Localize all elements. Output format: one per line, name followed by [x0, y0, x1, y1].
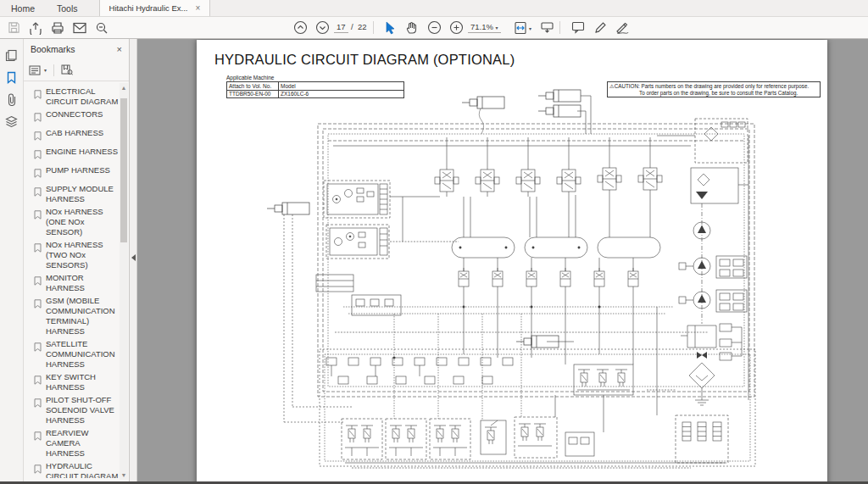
bookmark-icon: [34, 373, 42, 392]
bookmark-item[interactable]: PUMP HARNESS: [34, 165, 119, 181]
select-tool-icon[interactable]: [381, 19, 398, 36]
bookmark-label: ELECTRICAL CIRCUIT DIAGRAM: [46, 86, 119, 107]
bookmark-label: NOx HARNESS (TWO NOx SENSORS): [46, 240, 119, 270]
signature-pen-icon[interactable]: [614, 19, 631, 36]
bookmark-item[interactable]: ENGINE HARNESS: [34, 147, 119, 163]
page-thumbnails-icon[interactable]: [0, 44, 23, 66]
bookmark-item[interactable]: SATELLITE COMMUNICATION HARNESS: [34, 339, 119, 370]
bookmarks-panel: Bookmarks × ▾ ELECTRICAL CIRCUIT DIAGRAM…: [24, 39, 130, 481]
toolbar-separator: [559, 21, 560, 34]
page-total: 22: [358, 22, 367, 31]
bookmark-icon: [34, 129, 42, 144]
bookmark-icon: [34, 274, 42, 293]
bookmark-item[interactable]: PILOT SHUT-OFF SOLENOID VALVE HARNESS: [34, 395, 119, 426]
bookmark-icon: [34, 147, 42, 163]
bookmark-icon: [34, 241, 42, 270]
scrolling-mode-icon[interactable]: [538, 19, 555, 36]
bookmark-label: CAB HARNESS: [46, 128, 119, 144]
next-page-icon[interactable]: [314, 19, 331, 36]
navigation-icon-strip: [0, 39, 24, 481]
print-icon[interactable]: [49, 19, 66, 36]
page-title: HYDRAULIC CIRCUIT DIAGRAM (OPTIONAL): [214, 52, 515, 68]
page-fit-icon[interactable]: [512, 19, 529, 36]
bookmarks-list: ELECTRICAL CIRCUIT DIAGRAM CONNECTORS CA…: [24, 83, 119, 478]
find-current-bookmark-icon[interactable]: [61, 64, 73, 75]
scrollbar-thumb[interactable]: [120, 98, 127, 242]
pdf-page: HYDRAULIC CIRCUIT DIAGRAM (OPTIONAL) App…: [197, 40, 827, 481]
zoom-in-icon[interactable]: [448, 19, 465, 36]
tab-close-icon[interactable]: ×: [195, 3, 200, 13]
fill-sign-pencil-icon[interactable]: [592, 19, 609, 36]
bookmarks-panel-icon[interactable]: [0, 66, 23, 88]
close-panel-icon[interactable]: ×: [117, 44, 122, 54]
email-icon[interactable]: [71, 19, 88, 36]
bookmark-label: ENGINE HARNESS: [46, 147, 119, 163]
bookmark-item[interactable]: KEY SWITCH HARNESS: [34, 372, 119, 392]
page-number-input[interactable]: 17: [334, 22, 348, 33]
chevron-left-icon: [131, 254, 136, 261]
comment-icon[interactable]: [570, 19, 587, 36]
attachments-icon[interactable]: [0, 88, 23, 110]
share-icon[interactable]: [27, 19, 44, 36]
scroll-up-icon[interactable]: ▲: [120, 85, 128, 91]
bookmark-icon: [34, 340, 42, 370]
zoom-search-icon[interactable]: [93, 19, 110, 36]
bookmark-label: NOx HARNESS (ONE NOx SENSOR): [46, 207, 119, 237]
divider: [53, 64, 54, 76]
page-separator: /: [351, 22, 353, 31]
menu-tools[interactable]: Tools: [46, 0, 89, 16]
pane-edge: [130, 39, 137, 481]
bookmark-icon: [34, 462, 42, 478]
collapse-panel-button[interactable]: [130, 251, 136, 264]
bookmark-label: HYDRAULIC CIRCUIT DIAGRAM (MONOBLOCK BOO…: [46, 461, 119, 478]
bookmark-label: PUMP HARNESS: [46, 165, 119, 181]
bookmark-label: GSM (MOBILE COMMUNICATION TERMINAL) HARN…: [46, 296, 119, 337]
bookmark-icon: [34, 185, 42, 204]
bookmark-item[interactable]: CONNECTORS: [34, 109, 119, 125]
bookmark-icon: [34, 110, 42, 125]
chevron-down-icon[interactable]: ▾: [529, 25, 531, 31]
bookmark-label: CONNECTORS: [46, 109, 119, 125]
hydraulic-schematic: [267, 85, 767, 476]
zoom-level-select[interactable]: 71.1% ▾: [468, 22, 501, 33]
bookmark-item[interactable]: MONITOR HARNESS: [34, 273, 119, 293]
bookmarks-scrollbar[interactable]: ▲ ▼: [120, 83, 128, 480]
bookmark-icon: [34, 396, 42, 426]
bookmark-label: KEY SWITCH HARNESS: [46, 372, 119, 392]
chevron-down-icon: ▾: [496, 25, 498, 31]
document-tab[interactable]: Hitachi Hydraulic Ex... ×: [99, 0, 211, 16]
bookmark-item[interactable]: ELECTRICAL CIRCUIT DIAGRAM: [34, 86, 119, 107]
chevron-down-icon: ▾: [44, 67, 47, 73]
menu-bar: Home Tools Hitachi Hydraulic Ex... ×: [0, 0, 868, 17]
bookmark-options-icon[interactable]: [29, 65, 41, 75]
bookmark-label: MONITOR HARNESS: [46, 273, 119, 293]
bookmarks-panel-title: Bookmarks: [31, 44, 75, 54]
bookmark-item[interactable]: NOx HARNESS (ONE NOx SENSOR): [34, 207, 119, 237]
bookmark-item[interactable]: REARVIEW CAMERA HARNESS: [34, 428, 119, 459]
bookmark-item[interactable]: HYDRAULIC CIRCUIT DIAGRAM (MONOBLOCK BOO…: [34, 461, 119, 478]
zoom-out-icon[interactable]: [426, 19, 442, 36]
layers-icon[interactable]: [0, 110, 23, 132]
table-caption: Applicable Machine: [226, 75, 404, 81]
bookmark-label: SATELLITE COMMUNICATION HARNESS: [46, 339, 119, 370]
bookmark-icon: [34, 297, 42, 337]
bookmark-icon: [34, 87, 42, 107]
bookmark-item[interactable]: GSM (MOBILE COMMUNICATION TERMINAL) HARN…: [34, 296, 119, 337]
bookmark-icon: [34, 208, 42, 237]
save-icon[interactable]: [5, 19, 22, 36]
document-viewport[interactable]: HYDRAULIC CIRCUIT DIAGRAM (OPTIONAL) App…: [137, 39, 868, 481]
bookmark-icon: [34, 429, 42, 459]
menu-home[interactable]: Home: [0, 0, 46, 16]
bookmark-label: PILOT SHUT-OFF SOLENOID VALVE HARNESS: [46, 395, 119, 426]
hand-tool-icon[interactable]: [403, 19, 420, 36]
bookmark-item[interactable]: CAB HARNESS: [34, 128, 119, 144]
bookmark-icon: [34, 166, 42, 181]
bookmark-item[interactable]: SUPPLY MODULE HARNESS: [34, 184, 119, 204]
bookmark-label: REARVIEW CAMERA HARNESS: [46, 428, 119, 459]
scroll-down-icon[interactable]: ▼: [120, 472, 128, 478]
document-tab-label: Hitachi Hydraulic Ex...: [109, 3, 188, 13]
previous-page-icon[interactable]: [292, 19, 309, 36]
bookmark-item[interactable]: NOx HARNESS (TWO NOx SENSORS): [34, 240, 119, 270]
toolbar: 17 / 22 71.1% ▾ ▾: [0, 17, 868, 39]
toolbar-separator: [373, 21, 374, 34]
